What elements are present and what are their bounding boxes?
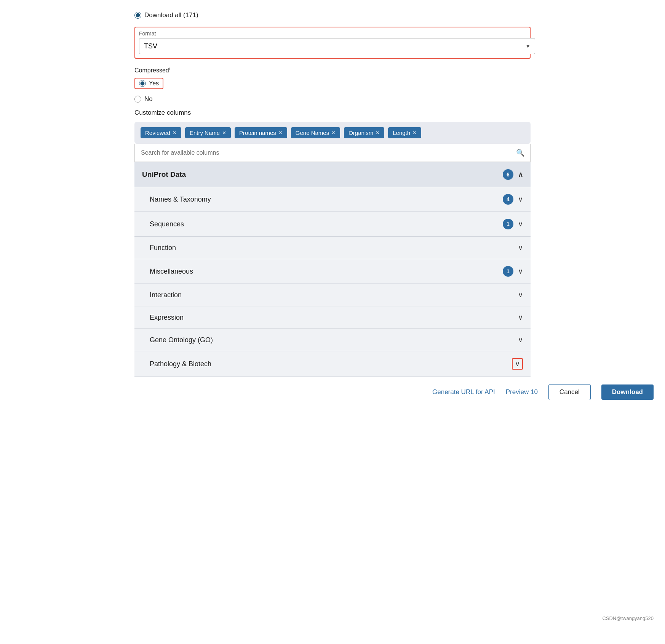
- compressed-section: Compressedi Yes No: [134, 66, 531, 103]
- section-expression-chevron: ∨: [518, 313, 523, 322]
- section-names-taxonomy-badge: 4: [503, 194, 513, 205]
- tag-reviewed[interactable]: Reviewed ✕: [141, 127, 181, 138]
- section-expression: Expression ∨: [134, 306, 531, 329]
- section-names-taxonomy-right: 4 ∨: [503, 194, 523, 205]
- cancel-button[interactable]: Cancel: [548, 384, 591, 400]
- format-select-wrapper: TSV FASTA JSON XML OBO List RDF/XML xlsx…: [139, 38, 535, 54]
- tag-entry-name-close[interactable]: ✕: [222, 130, 226, 136]
- download-all-text: Download all (171): [144, 11, 198, 19]
- section-pathology-biotech-chevron: ∨: [512, 358, 523, 370]
- compressed-no-text: No: [144, 95, 153, 103]
- section-miscellaneous-header[interactable]: Miscellaneous 1 ∨: [134, 259, 531, 284]
- section-interaction: Interaction ∨: [134, 284, 531, 306]
- section-names-taxonomy-chevron: ∨: [518, 195, 523, 203]
- download-all-radio[interactable]: [134, 12, 141, 19]
- tag-length-text: Length: [393, 130, 410, 136]
- section-sequences-chevron: ∨: [518, 220, 523, 228]
- compressed-label: Compressedi: [134, 66, 531, 74]
- tag-reviewed-text: Reviewed: [145, 130, 170, 136]
- section-function-chevron: ∨: [518, 244, 523, 252]
- section-gene-ontology: Gene Ontology (GO) ∨: [134, 329, 531, 351]
- section-uniprot-data: UniProt Data 6 ∧: [134, 162, 531, 187]
- tag-organism-close[interactable]: ✕: [376, 130, 380, 136]
- compressed-yes-text: Yes: [149, 80, 159, 87]
- section-function-header[interactable]: Function ∨: [134, 237, 531, 259]
- section-sequences-badge: 1: [503, 219, 513, 229]
- section-gene-ontology-chevron: ∨: [518, 336, 523, 344]
- section-uniprot-data-label: UniProt Data: [142, 170, 186, 179]
- download-button[interactable]: Download: [601, 384, 654, 400]
- section-sequences-right: 1 ∨: [503, 219, 523, 229]
- tag-protein-names-close[interactable]: ✕: [278, 130, 283, 136]
- section-expression-right: ∨: [518, 313, 523, 322]
- section-pathology-biotech-label: Pathology & Biotech: [150, 360, 211, 368]
- download-all-label[interactable]: Download all (171): [134, 11, 198, 19]
- tag-gene-names-text: Gene Names: [296, 130, 329, 136]
- section-sequences-label: Sequences: [150, 220, 184, 228]
- section-interaction-header[interactable]: Interaction ∨: [134, 284, 531, 306]
- section-expression-header[interactable]: Expression ∨: [134, 306, 531, 328]
- tag-protein-names[interactable]: Protein names ✕: [235, 127, 287, 138]
- compressed-no-label[interactable]: No: [134, 95, 153, 103]
- section-gene-ontology-label: Gene Ontology (GO): [150, 336, 213, 344]
- tag-gene-names[interactable]: Gene Names ✕: [291, 127, 340, 138]
- section-names-taxonomy-label: Names & Taxonomy: [150, 195, 211, 203]
- section-miscellaneous-chevron: ∨: [518, 267, 523, 276]
- section-pathology-biotech-header[interactable]: Pathology & Biotech ∨: [134, 351, 531, 376]
- yes-row-wrapper: Yes: [134, 78, 531, 92]
- tag-length[interactable]: Length ✕: [388, 127, 421, 138]
- section-miscellaneous-badge: 1: [503, 266, 513, 277]
- tag-length-close[interactable]: ✕: [412, 130, 417, 136]
- section-names-taxonomy: Names & Taxonomy 4 ∨: [134, 187, 531, 212]
- compressed-yes-label[interactable]: Yes: [134, 78, 163, 89]
- download-all-row: Download all (171): [134, 11, 531, 19]
- tag-protein-names-text: Protein names: [239, 130, 276, 136]
- section-gene-ontology-header[interactable]: Gene Ontology (GO) ∨: [134, 329, 531, 351]
- section-miscellaneous: Miscellaneous 1 ∨: [134, 259, 531, 284]
- format-label: Format: [139, 30, 526, 37]
- section-pathology-biotech-right: ∨: [512, 358, 523, 370]
- no-row: No: [134, 95, 531, 103]
- section-function-right: ∨: [518, 244, 523, 252]
- section-sequences: Sequences 1 ∨: [134, 212, 531, 237]
- section-interaction-chevron: ∨: [518, 291, 523, 299]
- preview-button[interactable]: Preview 10: [506, 388, 538, 396]
- section-function-label: Function: [150, 244, 176, 252]
- search-input[interactable]: [134, 144, 531, 162]
- search-bar-wrapper: 🔍: [134, 144, 531, 162]
- section-sequences-header[interactable]: Sequences 1 ∨: [134, 212, 531, 236]
- footer-bar: Generate URL for API Preview 10 Cancel D…: [0, 377, 665, 407]
- generate-url-button[interactable]: Generate URL for API: [432, 388, 495, 396]
- format-select[interactable]: TSV FASTA JSON XML OBO List RDF/XML xlsx: [139, 38, 535, 54]
- section-uniprot-data-header[interactable]: UniProt Data 6 ∧: [134, 162, 531, 187]
- format-box: Format TSV FASTA JSON XML OBO List RDF/X…: [134, 27, 531, 59]
- section-gene-ontology-right: ∨: [518, 336, 523, 344]
- section-miscellaneous-label: Miscellaneous: [150, 268, 193, 276]
- tag-entry-name[interactable]: Entry Name ✕: [185, 127, 231, 138]
- tag-reviewed-close[interactable]: ✕: [173, 130, 177, 136]
- compressed-yes-radio[interactable]: [139, 80, 146, 87]
- section-interaction-right: ∨: [518, 291, 523, 299]
- compressed-no-radio[interactable]: [134, 96, 141, 103]
- section-uniprot-data-right: 6 ∧: [503, 169, 523, 180]
- tag-organism-text: Organism: [348, 130, 373, 136]
- section-uniprot-data-chevron: ∧: [518, 170, 523, 179]
- section-expression-label: Expression: [150, 314, 184, 322]
- section-uniprot-data-badge: 6: [503, 169, 513, 180]
- tag-entry-name-text: Entry Name: [190, 130, 220, 136]
- section-names-taxonomy-header[interactable]: Names & Taxonomy 4 ∨: [134, 187, 531, 211]
- section-interaction-label: Interaction: [150, 291, 182, 299]
- section-miscellaneous-right: 1 ∨: [503, 266, 523, 277]
- tag-gene-names-close[interactable]: ✕: [331, 130, 336, 136]
- section-pathology-biotech: Pathology & Biotech ∨: [134, 351, 531, 377]
- tag-organism[interactable]: Organism ✕: [344, 127, 384, 138]
- search-icon: 🔍: [516, 149, 524, 157]
- section-function: Function ∨: [134, 237, 531, 259]
- customize-columns-label: Customize columns: [134, 109, 531, 117]
- section-list: UniProt Data 6 ∧ Names & Taxonomy 4 ∨ Se…: [134, 162, 531, 377]
- tags-container: Reviewed ✕ Entry Name ✕ Protein names ✕ …: [134, 122, 531, 144]
